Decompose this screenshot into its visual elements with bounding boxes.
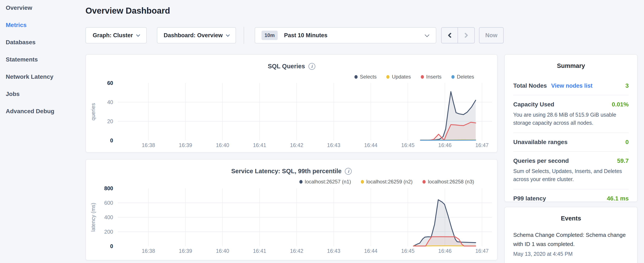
- legend-item-inserts: Inserts: [421, 74, 442, 80]
- summary-row-value: 3: [625, 82, 629, 89]
- summary-title: Summary: [505, 62, 637, 69]
- events-title: Events: [505, 215, 637, 222]
- chevron-right-icon: [463, 33, 468, 38]
- sidebar-item-jobs[interactable]: Jobs: [6, 90, 82, 98]
- legend-dot-icon: [354, 75, 358, 79]
- legend-dot-icon: [421, 75, 424, 79]
- service-latency-chart: 020040060080016:3816:3916:4016:4116:4216…: [86, 160, 498, 261]
- svg-text:200: 200: [104, 229, 113, 235]
- svg-text:800: 800: [104, 185, 113, 191]
- view-nodes-list-link[interactable]: View nodes list: [551, 83, 592, 89]
- summary-row-total-nodes: Total NodesView nodes list3: [513, 77, 629, 95]
- dashboard-label: Dashboard: Overview: [164, 32, 223, 39]
- time-range-dropdown[interactable]: 10m Past 10 Minutes: [255, 27, 436, 43]
- chevron-down-icon: [425, 33, 429, 37]
- chart-title: SQL Queries: [268, 63, 305, 70]
- legend-label: Updates: [392, 74, 411, 80]
- chart-legend: SelectsUpdatesInsertsDeletes: [354, 74, 474, 80]
- summary-row-unavailable-ranges: Unavailable ranges0: [513, 133, 629, 151]
- svg-text:16:42: 16:42: [290, 248, 304, 254]
- svg-text:16:41: 16:41: [253, 142, 266, 148]
- legend-label: Deletes: [457, 74, 474, 80]
- svg-text:0: 0: [110, 137, 113, 143]
- summary-row-description: Sum of Selects, Updates, Inserts, and De…: [513, 167, 629, 183]
- events-list: Schema Change Completed: Schema change w…: [513, 230, 629, 257]
- event-text: Schema Change Completed: Schema change w…: [513, 230, 629, 249]
- summary-row-value: 59.7: [617, 157, 629, 164]
- summary-row-label: Total Nodes: [513, 82, 547, 89]
- svg-text:16:43: 16:43: [327, 142, 340, 148]
- svg-text:16:42: 16:42: [290, 142, 304, 148]
- summary-rows: Total NodesView nodes list3Capacity Used…: [513, 77, 629, 208]
- graph-scope-dropdown[interactable]: Graph: Cluster: [86, 27, 147, 43]
- legend-dot-icon: [422, 180, 426, 184]
- svg-text:0: 0: [110, 243, 113, 249]
- sidebar-item-metrics[interactable]: Metrics: [6, 22, 82, 29]
- summary-row-description: You are using 28.6 MiB of 515.9 GiB usab…: [513, 111, 629, 127]
- legend-label: Inserts: [426, 74, 442, 80]
- summary-row-capacity-used: Capacity Used0.01%You are using 28.6 MiB…: [513, 95, 629, 133]
- chevron-left-icon: [448, 33, 453, 38]
- legend-dot-icon: [361, 180, 364, 184]
- summary-row-value: 0: [625, 139, 629, 146]
- legend-label: localhost:26258 (n3): [428, 179, 474, 185]
- info-icon[interactable]: [345, 168, 352, 175]
- svg-text:16:39: 16:39: [179, 142, 192, 148]
- svg-text:16:41: 16:41: [253, 248, 266, 254]
- legend-label: localhost:26257 (n1): [305, 179, 351, 185]
- sidebar-item-network-latency[interactable]: Network Latency: [6, 73, 82, 80]
- svg-text:600: 600: [104, 200, 113, 206]
- next-interval-button[interactable]: [458, 28, 474, 43]
- sidebar-item-overview[interactable]: Overview: [6, 4, 82, 12]
- sidebar-nav: OverviewMetricsDatabasesStatementsNetwor…: [6, 4, 82, 125]
- chevron-down-icon: [226, 33, 230, 37]
- summary-row-label: Capacity Used: [513, 101, 554, 108]
- events-panel: Events Schema Change Completed: Schema c…: [504, 207, 638, 263]
- summary-row-value: 46.1 ms: [607, 195, 629, 202]
- sidebar-item-advanced-debug[interactable]: Advanced Debug: [6, 108, 82, 115]
- time-window-label: Past 10 Minutes: [284, 32, 328, 39]
- summary-panel: Summary Total NodesView nodes list3Capac…: [504, 54, 638, 202]
- svg-text:16:40: 16:40: [216, 142, 229, 148]
- sidebar-item-databases[interactable]: Databases: [6, 39, 82, 46]
- summary-row-label: Unavailable ranges: [513, 139, 568, 146]
- time-step-buttons: [441, 27, 475, 43]
- page-title: Overview Dashboard: [86, 6, 170, 16]
- svg-text:20: 20: [107, 118, 113, 124]
- svg-text:40: 40: [107, 99, 113, 105]
- toolbar-divider: [244, 27, 244, 44]
- svg-text:16:46: 16:46: [438, 142, 452, 148]
- dashboard-dropdown[interactable]: Dashboard: Overview: [157, 27, 236, 43]
- svg-text:16:44: 16:44: [364, 248, 378, 254]
- sql-queries-chart-card: 020406016:3816:3916:4016:4116:4216:4316:…: [86, 54, 498, 153]
- svg-text:400: 400: [104, 214, 113, 220]
- svg-text:16:40: 16:40: [216, 248, 229, 254]
- legend-item-localhost-26259-n2-: localhost:26259 (n2): [361, 179, 412, 185]
- svg-text:queries: queries: [90, 103, 96, 120]
- svg-text:16:45: 16:45: [401, 248, 414, 254]
- svg-text:16:44: 16:44: [364, 142, 378, 148]
- time-window-badge: 10m: [262, 31, 278, 40]
- svg-text:16:38: 16:38: [142, 248, 155, 254]
- svg-text:latency (ms): latency (ms): [90, 203, 96, 232]
- summary-row-label: Queries per second: [513, 157, 569, 164]
- summary-row-p99-latency: P99 latency46.1 ms: [513, 189, 629, 208]
- svg-text:16:46: 16:46: [438, 248, 452, 254]
- now-button[interactable]: Now: [479, 27, 504, 43]
- legend-item-selects: Selects: [354, 74, 377, 80]
- graph-scope-label: Graph: Cluster: [93, 32, 133, 39]
- legend-item-updates: Updates: [386, 74, 411, 80]
- info-icon[interactable]: [308, 63, 315, 70]
- svg-text:16:45: 16:45: [401, 142, 414, 148]
- svg-text:16:47: 16:47: [476, 248, 489, 254]
- svg-text:16:47: 16:47: [476, 142, 489, 148]
- chart-title: Service Latency: SQL, 99th percentile: [231, 168, 342, 175]
- previous-interval-button[interactable]: [442, 28, 458, 43]
- sidebar-item-statements[interactable]: Statements: [6, 56, 82, 63]
- legend-item-localhost-26257-n1-: localhost:26257 (n1): [299, 179, 351, 185]
- legend-item-localhost-26258-n3-: localhost:26258 (n3): [422, 179, 474, 185]
- summary-row-queries-per-second: Queries per second59.7Sum of Selects, Up…: [513, 151, 629, 189]
- chevron-down-icon: [136, 33, 140, 37]
- metrics-overview-page: OverviewMetricsDatabasesStatementsNetwor…: [0, 0, 644, 263]
- event-timestamp: May 13, 2020 at 4:45 PM: [513, 251, 629, 257]
